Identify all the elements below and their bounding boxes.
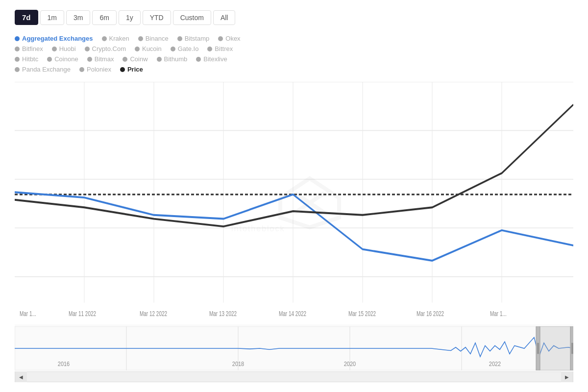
svg-rect-46 xyxy=(539,326,573,370)
legend-item-okex[interactable]: Okex xyxy=(218,35,240,42)
mini-chart-svg: 2016 2018 2020 2022 xyxy=(15,326,573,370)
legend-dot xyxy=(196,57,201,62)
legend-label: Kucoin xyxy=(142,45,162,52)
legend-dot xyxy=(102,36,107,41)
legend-dot xyxy=(85,47,90,51)
svg-rect-47 xyxy=(536,326,540,370)
legend-item-bittrex[interactable]: Bittrex xyxy=(207,45,233,52)
legend-dot xyxy=(87,57,92,62)
time-btn-7d[interactable]: 7d xyxy=(15,10,38,25)
legend-label: Coinw xyxy=(130,55,147,63)
time-btn-custom[interactable]: Custom xyxy=(173,10,211,25)
chart-area: $448.95m $224.48m $0.00 -$224.48m -$448.… xyxy=(15,82,573,382)
legend-item-binance[interactable]: Binance xyxy=(138,35,169,42)
legend-label: Crypto.Com xyxy=(92,45,126,52)
legend-dot xyxy=(15,57,20,62)
legend-item-coinw[interactable]: Coinw xyxy=(122,55,147,63)
legend-item-kraken[interactable]: Kraken xyxy=(102,35,129,42)
legend-item-price[interactable]: Price xyxy=(120,66,143,73)
main-chart-wrapper: $448.95m $224.48m $0.00 -$224.48m -$448.… xyxy=(15,82,573,325)
legend-dot xyxy=(135,47,140,51)
svg-text:Mar 14 2022: Mar 14 2022 xyxy=(279,309,306,318)
svg-text:Mar 12 2022: Mar 12 2022 xyxy=(140,309,167,318)
mini-chart-wrapper: 2016 2018 2020 2022 xyxy=(15,326,573,370)
legend-label: Bithumb xyxy=(164,55,188,63)
legend-label: Coinone xyxy=(54,55,78,63)
legend-dot xyxy=(15,47,20,51)
legend-label: Panda Exchange xyxy=(22,66,71,73)
svg-text:Mar 1...: Mar 1... xyxy=(490,309,507,318)
legend-item-gateio[interactable]: Gate.Io xyxy=(171,45,199,52)
legend-dot xyxy=(79,67,84,72)
svg-text:Mar 11 2022: Mar 11 2022 xyxy=(69,309,96,318)
legend-label: Okex xyxy=(225,35,240,42)
scroll-right-button[interactable]: ▶ xyxy=(561,371,573,382)
legend-label: Hitbtc xyxy=(22,55,38,63)
legend-label: Gate.Io xyxy=(178,45,199,52)
legend-dot xyxy=(207,47,212,51)
scroll-track[interactable] xyxy=(27,372,561,382)
svg-text:2018: 2018 xyxy=(232,360,244,367)
legend-label: Kraken xyxy=(109,35,129,42)
time-btn-all[interactable]: All xyxy=(213,10,236,25)
scroll-left-button[interactable]: ◀ xyxy=(15,371,27,382)
time-btn-ytd[interactable]: YTD xyxy=(143,10,171,25)
chart-legend: Aggregated ExchangesKrakenBinanceBitstam… xyxy=(15,35,573,73)
legend-dot xyxy=(157,57,162,62)
legend-item-aggregated-exchanges[interactable]: Aggregated Exchanges xyxy=(15,35,93,42)
legend-label: Bittrex xyxy=(215,45,233,52)
legend-item-bitexlive[interactable]: Bitexlive xyxy=(196,55,227,63)
legend-label: Poloniex xyxy=(87,66,111,73)
time-btn-1y[interactable]: 1y xyxy=(119,10,141,25)
legend-label: Bitfinex xyxy=(22,45,43,52)
svg-text:Mar 16 2022: Mar 16 2022 xyxy=(416,309,444,318)
legend-item-cryptocom[interactable]: Crypto.Com xyxy=(85,45,126,52)
svg-text:Mar 13 2022: Mar 13 2022 xyxy=(209,309,237,318)
legend-dot xyxy=(47,57,52,62)
legend-dot xyxy=(120,67,125,72)
legend-dot xyxy=(171,47,175,51)
main-chart-svg: $448.95m $224.48m $0.00 -$224.48m -$448.… xyxy=(15,82,573,325)
legend-dot xyxy=(138,36,143,41)
legend-item-bitstamp[interactable]: Bitstamp xyxy=(177,35,210,42)
legend-item-poloniex[interactable]: Poloniex xyxy=(79,66,111,73)
legend-label: Aggregated Exchanges xyxy=(22,35,93,42)
time-range-selector: 7d1m3m6m1yYTDCustomAll xyxy=(15,10,573,25)
legend-item-panda-exchange[interactable]: Panda Exchange xyxy=(15,66,71,73)
legend-dot xyxy=(52,47,57,51)
legend-label: Bitmax xyxy=(95,55,114,63)
legend-item-hitbtc[interactable]: Hitbtc xyxy=(15,55,38,63)
time-btn-3m[interactable]: 3m xyxy=(66,10,90,25)
legend-item-coinone[interactable]: Coinone xyxy=(47,55,78,63)
legend-dot xyxy=(15,67,20,72)
svg-text:2016: 2016 xyxy=(58,360,70,367)
svg-text:Mar 1...: Mar 1... xyxy=(20,309,36,318)
time-btn-6m[interactable]: 6m xyxy=(92,10,116,25)
legend-dot xyxy=(15,36,20,41)
time-btn-1m[interactable]: 1m xyxy=(40,10,64,25)
legend-item-bithumb[interactable]: Bithumb xyxy=(157,55,188,63)
legend-item-bitfinex[interactable]: Bitfinex xyxy=(15,45,43,52)
svg-text:2020: 2020 xyxy=(344,360,356,367)
legend-label: Bitexlive xyxy=(203,55,227,63)
legend-dot xyxy=(177,36,182,41)
main-container: 7d1m3m6m1yYTDCustomAll Aggregated Exchan… xyxy=(0,0,588,392)
svg-text:2022: 2022 xyxy=(489,360,501,367)
legend-item-kucoin[interactable]: Kucoin xyxy=(135,45,162,52)
legend-dot xyxy=(218,36,223,41)
legend-label: Price xyxy=(127,66,143,73)
svg-text:Mar 15 2022: Mar 15 2022 xyxy=(348,309,376,318)
legend-label: Binance xyxy=(146,35,169,42)
legend-item-huobi[interactable]: Huobi xyxy=(52,45,76,52)
navigator-scrollbar: ◀ ▶ xyxy=(15,371,573,382)
legend-dot xyxy=(122,57,127,62)
legend-label: Huobi xyxy=(59,45,76,52)
legend-label: Bitstamp xyxy=(185,35,210,42)
legend-item-bitmax[interactable]: Bitmax xyxy=(87,55,114,63)
